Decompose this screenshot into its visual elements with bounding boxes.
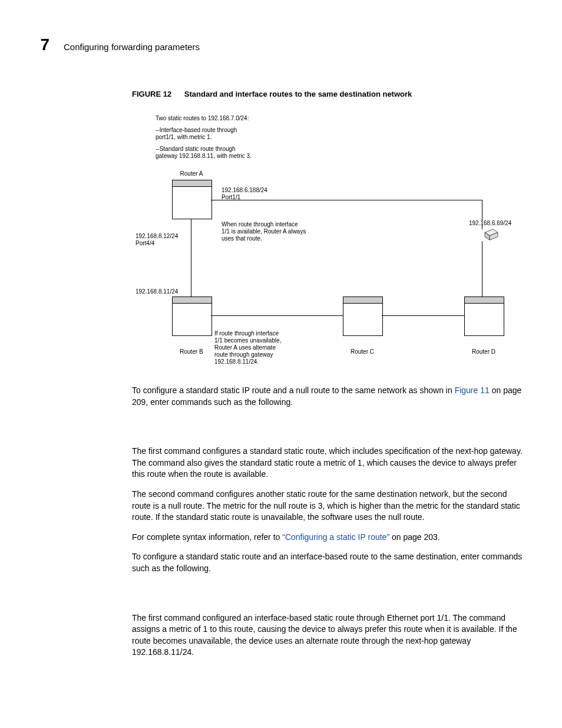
router-b-icon: [172, 297, 212, 336]
router-a-label: Router A: [172, 170, 211, 178]
content-area: FIGURE 12 Standard and interface routes …: [132, 90, 527, 658]
code-gap-2: [132, 583, 527, 612]
link-b-c: [211, 315, 343, 316]
host-ip: 192.168.6.69/24: [469, 220, 511, 228]
diagram-note-unavail-l2: 1/1 becomes unavailable,: [214, 337, 281, 345]
diagram-intro: Two static routes to 192.168.7.0/24:: [156, 115, 249, 123]
page: 7 Configuring forwarding parameters FIGU…: [0, 0, 562, 702]
diagram-note-available-l2: 1/1 is available, Router A always: [222, 228, 306, 236]
diagram-note-unavail-l3: Router A uses alternate: [214, 344, 276, 352]
host-icon: [483, 228, 500, 241]
para1-text-a: To configure a standard static IP route …: [132, 386, 455, 395]
diagram-note-unavail-l1: If route through interface: [214, 330, 279, 338]
diagram-desc1-l1: --Interface-based route through: [156, 127, 237, 134]
router-a-port1-ip: 192.168.6.188/24: [222, 187, 267, 195]
paragraph-6: The first command configured an interfac…: [132, 612, 527, 658]
network-diagram: Two static routes to 192.168.7.0/24: --I…: [146, 115, 523, 368]
chapter-number: 7: [14, 35, 49, 54]
diagram-desc2-l2: gateway 192.168.8.11, with metric 3.: [156, 153, 252, 160]
paragraph-3: The second command configures another st…: [132, 489, 527, 523]
paragraph-5: To configure a standard static route and…: [132, 551, 527, 574]
figure-caption: Standard and interface routes to the sam…: [184, 90, 412, 98]
para4-text-a: For complete syntax information, refer t…: [132, 532, 282, 542]
diagram-note-unavail-l5: 192.168.8.11/24.: [214, 358, 259, 366]
router-c-icon: [343, 297, 383, 336]
diagram-note-unavail-l4: route through gateway: [214, 351, 273, 359]
router-a-port4-ip: 192.168.8.12/24: [135, 233, 178, 241]
router-a-icon: [172, 180, 212, 219]
link-c-d: [382, 315, 464, 316]
router-b-label: Router B: [172, 348, 211, 356]
code-gap-1: [132, 416, 527, 446]
router-a-port4-name: Port4/4: [135, 240, 154, 248]
router-d-label: Router D: [464, 348, 503, 356]
link-d-host: [482, 241, 482, 297]
paragraph-4: For complete syntax information, refer t…: [132, 532, 527, 543]
paragraph-1: To configure a standard static IP route …: [132, 385, 527, 408]
diagram-note-available-l3: uses that route.: [222, 235, 262, 243]
page-header: 7 Configuring forwarding parameters: [66, 35, 527, 54]
figure-title: FIGURE 12 Standard and interface routes …: [132, 90, 527, 98]
link-a-host: [211, 200, 482, 200]
paragraph-2: The first command configures a standard …: [132, 446, 527, 480]
router-b-ip: 192.168.8.11/24: [135, 288, 178, 296]
para4-text-b: on page 203.: [389, 532, 440, 542]
router-c-label: Router C: [343, 348, 382, 356]
diagram-desc2-l1: --Standard static route through: [156, 146, 236, 153]
figure-11-link[interactable]: Figure 11: [455, 386, 490, 395]
diagram-note-available-l1: When route through interface: [222, 221, 298, 229]
link-a-b: [191, 219, 191, 297]
router-d-icon: [464, 297, 504, 336]
diagram-desc1-l2: port1/1, with metric 1.: [156, 134, 212, 141]
chapter-title: Configuring forwarding parameters: [64, 42, 200, 52]
link-host-down: [482, 200, 482, 229]
static-ip-route-link[interactable]: “Configuring a static IP route”: [282, 532, 389, 542]
figure-label: FIGURE 12: [132, 90, 171, 98]
